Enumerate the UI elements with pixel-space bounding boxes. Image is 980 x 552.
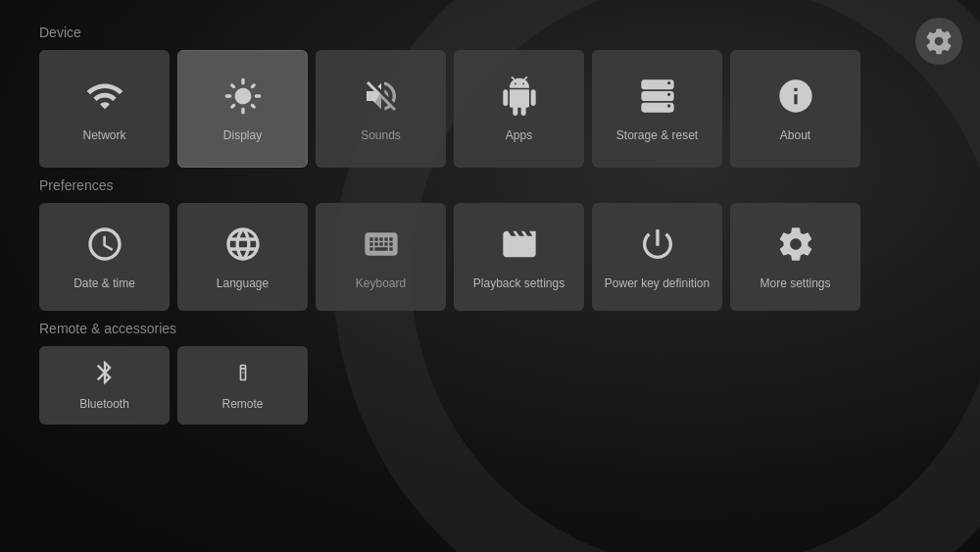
powerkey-icon [633,220,682,269]
datetime-label: Date & time [74,276,135,292]
remote-label: Remote & accessories [39,321,941,336]
remote-icon [225,356,261,389]
storage-icon [633,72,682,121]
tile-bluetooth[interactable]: Bluetooth [39,346,170,425]
device-section: Device Network Display So [39,25,941,168]
sounds-icon [357,72,406,121]
tile-about[interactable]: About [730,50,860,168]
device-row: Network Display Sounds [39,50,941,168]
tile-keyboard[interactable]: Keyboard [316,203,446,311]
tile-powerkey[interactable]: Power key definition [592,203,722,311]
tile-network[interactable]: Network [39,50,170,168]
datetime-icon [80,220,129,269]
keyboard-label: Keyboard [356,276,406,292]
display-label: Display [223,128,262,144]
network-label: Network [82,128,125,144]
moresettings-label: More settings [760,276,830,292]
about-label: About [780,128,810,144]
remote-tile-label: Remote [221,397,263,413]
tile-moresettings[interactable]: More settings [730,203,860,311]
preferences-row: Date & time Language Keyboard [39,203,941,311]
remote-section: Remote & accessories Bluetooth Remote [39,321,941,425]
bluetooth-icon [87,356,122,389]
tile-storage[interactable]: Storage & reset [592,50,722,168]
playback-icon [495,220,544,269]
tile-language[interactable]: Language [177,203,308,311]
powerkey-label: Power key definition [605,276,710,292]
remote-row: Bluetooth Remote [39,346,941,425]
storage-label: Storage & reset [616,128,698,144]
bluetooth-label: Bluetooth [79,397,129,413]
tile-datetime[interactable]: Date & time [39,203,170,311]
tile-playback[interactable]: Playback settings [454,203,584,311]
preferences-section: Preferences Date & time Language [39,177,941,311]
tile-apps[interactable]: Apps [454,50,584,168]
tile-remote[interactable]: Remote [177,346,308,425]
keyboard-icon [357,220,406,269]
preferences-label: Preferences [39,177,941,193]
gear-icon [924,26,954,56]
moresettings-icon [771,220,820,269]
language-label: Language [217,276,269,292]
playback-label: Playback settings [473,276,564,292]
about-icon [771,72,820,121]
apps-icon [495,72,544,121]
tile-display[interactable]: Display [177,50,308,168]
sounds-label: Sounds [361,128,401,144]
tile-sounds[interactable]: Sounds [316,50,446,168]
gear-button[interactable] [915,18,962,65]
network-icon [80,72,129,121]
display-icon [219,72,268,121]
apps-label: Apps [506,128,532,144]
device-label: Device [39,25,941,40]
language-icon [219,220,268,269]
